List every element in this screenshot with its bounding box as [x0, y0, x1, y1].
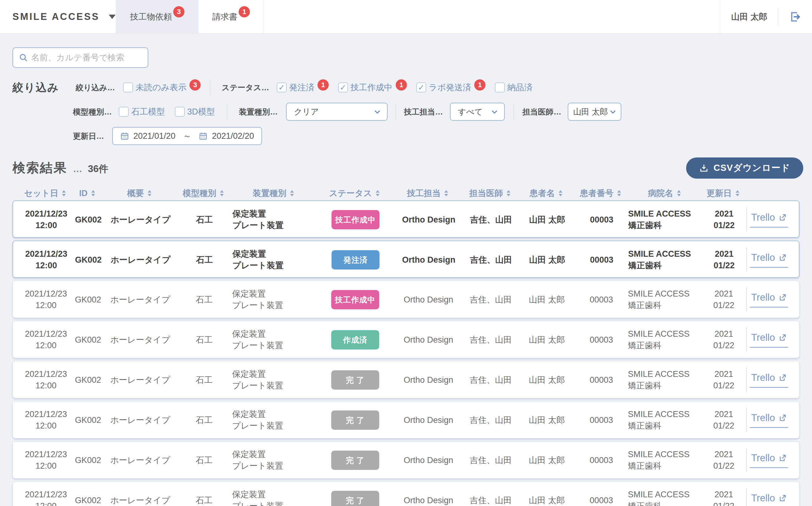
search-input[interactable] — [31, 53, 142, 63]
date-range-picker[interactable]: 2021/01/20 ～ 2021/02/20 — [112, 127, 262, 145]
checkbox-icon — [277, 82, 287, 92]
status-badge: 完 了 — [331, 370, 379, 390]
filter-status-ordered[interactable]: 発注済 1 — [277, 82, 329, 93]
status-badge: 完 了 — [331, 411, 379, 430]
select-value: すべて — [458, 106, 483, 117]
cell-patient-no: 00003 — [575, 455, 628, 466]
count-badge: 1 — [318, 79, 329, 91]
count-badge: 1 — [474, 79, 485, 91]
cell-device: 保定装置プレート装置 — [232, 328, 316, 351]
filter-device-label: 装置種別… — [239, 107, 278, 117]
cell-tech: Ortho Design — [394, 374, 463, 386]
cell-patient: 山田 太郎 — [519, 455, 575, 466]
cell-set-date: 2021/12/2312:00 — [20, 409, 72, 432]
filter-row-status: 絞り込み… 未読のみ表示 3 ステータス… 発注済 1 技工作成中 1 ラボ発送… — [76, 78, 533, 97]
cell-hospital: SMILE ACCESS矯正歯科 — [628, 208, 703, 231]
column-header-summary[interactable]: 概要 — [104, 188, 176, 199]
divider — [746, 287, 747, 312]
cell-model: 石工 — [176, 214, 232, 226]
trello-link[interactable]: Trello — [750, 452, 788, 468]
csv-download-button[interactable]: CSVダウンロード — [686, 158, 803, 179]
cell-device: 保定装置プレート装置 — [232, 489, 316, 506]
trello-link-label: Trello — [751, 292, 775, 303]
table-row[interactable]: 2021/12/2312:00 GK002 ホーレータイプ 石工 保定装置プレー… — [12, 361, 800, 398]
logout-icon[interactable] — [789, 11, 801, 23]
column-header-updated[interactable]: 更新日 — [702, 188, 745, 199]
column-header-patient[interactable]: 患者名 — [519, 188, 574, 199]
table-row[interactable]: 2021/12/2312:00 GK002 ホーレータイプ 石工 保定装置プレー… — [12, 241, 800, 278]
checkbox-icon — [495, 82, 505, 92]
date-from[interactable]: 2021/01/20 — [133, 131, 176, 141]
date-to[interactable]: 2021/02/20 — [212, 131, 254, 141]
divider — [514, 103, 514, 120]
cell-tech: Ortho Design — [394, 334, 463, 346]
external-link-icon — [778, 454, 787, 462]
cell-id: GK002 — [72, 334, 105, 346]
trello-link[interactable]: Trello — [750, 372, 788, 388]
table-row[interactable]: 2021/12/2312:00 GK002 ホーレータイプ 石工 保定装置プレー… — [12, 401, 800, 438]
app-logo-menu[interactable]: SMILE ACCESS — [12, 0, 116, 33]
column-header-patient-no[interactable]: 患者番号 — [574, 188, 627, 199]
trello-link-label: Trello — [751, 252, 775, 263]
divider — [746, 488, 747, 506]
column-header-tech[interactable]: 技工担当 — [394, 188, 462, 199]
cell-trello: Trello — [745, 241, 793, 278]
column-header-id[interactable]: ID — [71, 189, 104, 198]
filter-status-lab-shipped[interactable]: ラボ発送済 1 — [416, 82, 485, 93]
column-header-device[interactable]: 装置種別 — [232, 188, 316, 199]
cell-hospital: SMILE ACCESS矯正歯科 — [628, 409, 703, 432]
cell-hospital: SMILE ACCESS矯正歯科 — [628, 489, 703, 506]
trello-link[interactable]: Trello — [750, 212, 788, 228]
cell-doctor: 吉住、山田 — [463, 294, 519, 306]
cell-tech: Ortho Design — [394, 415, 463, 426]
tab-invoices[interactable]: 請求書 1 — [199, 0, 264, 33]
cell-summary: ホーレータイプ — [105, 254, 176, 266]
trello-link[interactable]: Trello — [750, 252, 788, 268]
trello-link[interactable]: Trello — [750, 332, 788, 348]
cell-model: 石工 — [176, 455, 232, 466]
table-row[interactable]: 2021/12/2312:00 GK002 ホーレータイプ 石工 保定装置プレー… — [12, 281, 800, 318]
column-header-set-date[interactable]: セット日 — [20, 188, 71, 199]
sort-icon — [219, 189, 225, 197]
trello-link[interactable]: Trello — [750, 412, 788, 428]
tech-select[interactable]: すべて — [450, 103, 505, 121]
filter-unread-checkbox[interactable]: 未読のみ表示 3 — [123, 82, 201, 93]
trello-link-label: Trello — [751, 372, 775, 384]
trello-link[interactable]: Trello — [750, 493, 788, 506]
filter-model-stone[interactable]: 石工模型 — [119, 106, 165, 117]
table-row[interactable]: 2021/12/2312:00 GK002 ホーレータイプ 石工 保定装置プレー… — [12, 200, 800, 238]
table-row[interactable]: 2021/12/2312:00 GK002 ホーレータイプ 石工 保定装置プレー… — [12, 482, 800, 506]
filter-status-delivered[interactable]: 納品済 — [495, 82, 533, 93]
cell-updated: 202101/22 — [703, 248, 745, 271]
count-badge: 1 — [396, 79, 407, 91]
divider — [746, 408, 747, 432]
cell-tech: Ortho Design — [395, 214, 463, 226]
cell-model: 石工 — [176, 374, 232, 386]
status-badge: 作成済 — [331, 330, 379, 349]
cell-id: GK002 — [72, 455, 105, 466]
checkbox-icon — [119, 107, 129, 117]
column-header-model[interactable]: 模型種別 — [176, 188, 232, 199]
cell-patient-no: 00003 — [575, 294, 628, 306]
column-header-hospital[interactable]: 病院名 — [627, 188, 702, 199]
column-header-doctor[interactable]: 担当医師 — [462, 188, 519, 199]
filter-status-in-progress[interactable]: 技工作成中 1 — [338, 82, 407, 93]
table-row[interactable]: 2021/12/2312:00 GK002 ホーレータイプ 石工 保定装置プレー… — [12, 441, 800, 479]
status-badge: 技工作成中 — [331, 290, 379, 309]
external-link-icon — [778, 213, 787, 222]
status-badge: 発注済 — [332, 250, 380, 269]
tab-lab-requests[interactable]: 技工物依頼 3 — [116, 0, 199, 33]
filter-model-3d[interactable]: 3D模型 — [175, 106, 215, 117]
checkbox-icon — [123, 82, 133, 92]
table-row[interactable]: 2021/12/2312:00 GK002 ホーレータイプ 石工 保定装置プレー… — [12, 321, 800, 358]
filter-tech-label: 技工担当… — [404, 107, 443, 117]
doctor-select[interactable]: 山田 太郎 — [568, 103, 621, 121]
cell-set-date: 2021/12/2312:00 — [20, 288, 72, 311]
cell-hospital: SMILE ACCESS矯正歯科 — [628, 449, 703, 472]
sort-icon — [616, 189, 622, 197]
device-type-select[interactable]: クリア — [286, 103, 388, 121]
trello-link[interactable]: Trello — [750, 292, 788, 308]
cell-doctor: 吉住、山田 — [463, 455, 519, 466]
column-header-status[interactable]: ステータス — [316, 188, 394, 199]
divider — [747, 247, 747, 272]
